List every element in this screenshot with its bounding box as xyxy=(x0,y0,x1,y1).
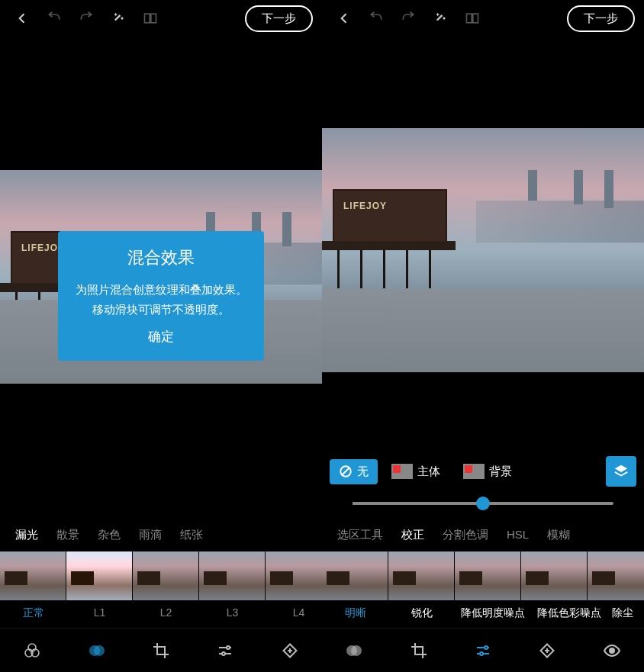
label-l1[interactable]: L1 xyxy=(66,606,133,620)
undo-icon[interactable] xyxy=(363,5,389,31)
label-clarity[interactable]: 明晰 xyxy=(322,606,388,620)
svg-point-14 xyxy=(351,645,362,656)
tab-split-tone[interactable]: 分割色调 xyxy=(433,525,497,545)
dialog-ok-button[interactable]: 确定 xyxy=(72,328,250,346)
mask-subject-button[interactable]: 主体 xyxy=(382,458,449,484)
thumb-l1[interactable] xyxy=(66,551,132,600)
svg-rect-0 xyxy=(145,14,150,23)
label-luminance-nr[interactable]: 降低明度噪点 xyxy=(455,606,531,620)
effect-thumbnails xyxy=(322,551,644,600)
top-toolbar: 下一步 xyxy=(322,0,644,37)
svg-rect-1 xyxy=(151,14,156,23)
category-tabs: 漏光 散景 杂色 雨滴 纸张 xyxy=(0,517,322,551)
redo-icon[interactable] xyxy=(73,5,99,31)
thumb-clarity[interactable] xyxy=(322,551,388,600)
adjust-icon[interactable] xyxy=(211,637,239,664)
left-canvas: LIFEJOY 混合效果 为照片混合创意纹理和叠加效果。移动滑块可调节不透明度。… xyxy=(0,37,322,517)
label-dust[interactable]: 除尘 xyxy=(607,606,638,620)
undo-icon[interactable] xyxy=(41,5,67,31)
subject-thumb xyxy=(391,464,413,479)
compare-icon[interactable] xyxy=(459,5,485,31)
tab-correction[interactable]: 校正 xyxy=(392,525,433,545)
thumb-color-nr[interactable] xyxy=(521,551,587,600)
label-l3[interactable]: L3 xyxy=(199,606,266,620)
effect-labels: 明晰 锐化 降低明度噪点 降低色彩噪点 除尘 xyxy=(322,600,644,628)
tab-paper[interactable]: 纸张 xyxy=(171,525,212,545)
adjustment-slider[interactable] xyxy=(353,502,613,505)
mask-selector: 无 主体 背景 xyxy=(322,449,644,494)
label-color-nr[interactable]: 降低色彩噪点 xyxy=(531,606,607,620)
heal-icon[interactable] xyxy=(276,637,304,664)
effect-thumbnails xyxy=(0,551,322,600)
heal-icon[interactable] xyxy=(533,637,561,664)
svg-point-16 xyxy=(480,652,483,655)
right-canvas: LIFEJOY xyxy=(322,37,644,449)
redo-icon[interactable] xyxy=(395,5,421,31)
mask-none-button[interactable]: 无 xyxy=(330,459,378,484)
thumb-luminance-nr[interactable] xyxy=(455,551,520,600)
left-editor-panel: 下一步 LIFEJOY 混合效果 为照片混合创意纹理和叠加效果。移动滑块可调节不… xyxy=(0,0,322,672)
mask-background-button[interactable]: 背景 xyxy=(454,458,521,484)
photo-preview[interactable]: LIFEJOY xyxy=(322,128,644,372)
none-icon xyxy=(339,465,353,478)
eye-icon[interactable] xyxy=(598,637,626,664)
tab-hsl[interactable]: HSL xyxy=(497,525,538,545)
thumb-l3[interactable] xyxy=(199,551,265,600)
label-normal[interactable]: 正常 xyxy=(0,606,66,620)
looks-icon[interactable] xyxy=(18,637,46,664)
thumb-normal[interactable] xyxy=(0,551,66,600)
right-editor-panel: 下一步 LIFEJOY 无 主体 背景 xyxy=(322,0,644,672)
thumb-sharpen[interactable] xyxy=(388,551,454,600)
thumb-dust[interactable] xyxy=(588,551,644,600)
blend-icon[interactable] xyxy=(83,637,111,664)
blend-dialog: 混合效果 为照片混合创意纹理和叠加效果。移动滑块可调节不透明度。 确定 xyxy=(58,231,264,361)
next-button[interactable]: 下一步 xyxy=(567,5,635,32)
effect-labels: 正常 L1 L2 L3 L4 xyxy=(0,600,322,628)
magic-wand-icon[interactable] xyxy=(105,5,131,31)
layers-button[interactable] xyxy=(606,456,636,487)
adjust-icon[interactable] xyxy=(469,637,497,664)
tab-light-leak[interactable]: 漏光 xyxy=(6,525,47,545)
magic-wand-icon[interactable] xyxy=(427,5,453,31)
category-tabs: 选区工具 校正 分割色调 HSL 模糊 xyxy=(322,517,644,551)
tab-selection[interactable]: 选区工具 xyxy=(328,525,392,545)
label-sharpen[interactable]: 锐化 xyxy=(388,606,455,620)
crop-icon[interactable] xyxy=(405,637,433,664)
slider-thumb[interactable] xyxy=(476,497,490,510)
next-button[interactable]: 下一步 xyxy=(245,5,313,32)
thumb-l2[interactable] xyxy=(133,551,198,600)
background-thumb xyxy=(463,464,485,479)
dialog-body: 为照片混合创意纹理和叠加效果。移动滑块可调节不透明度。 xyxy=(72,280,250,319)
svg-point-18 xyxy=(610,648,614,653)
svg-rect-10 xyxy=(467,14,472,23)
svg-point-6 xyxy=(94,645,105,656)
crop-icon[interactable] xyxy=(147,637,175,664)
thumb-l4[interactable] xyxy=(266,551,322,600)
layers-icon xyxy=(613,463,630,480)
compare-icon[interactable] xyxy=(137,5,163,31)
tab-blur[interactable]: 模糊 xyxy=(538,525,579,545)
label-l2[interactable]: L2 xyxy=(133,606,199,620)
dialog-title: 混合效果 xyxy=(72,246,250,269)
svg-point-7 xyxy=(227,646,230,649)
back-icon[interactable] xyxy=(331,5,357,31)
photo-sign: LIFEJOY xyxy=(343,201,387,211)
bottom-toolbar xyxy=(0,628,322,672)
bottom-toolbar xyxy=(322,628,644,672)
back-icon[interactable] xyxy=(9,5,35,31)
tab-rain[interactable]: 雨滴 xyxy=(130,525,171,545)
blend-icon[interactable] xyxy=(340,637,368,664)
top-toolbar: 下一步 xyxy=(0,0,322,37)
svg-rect-11 xyxy=(473,14,478,23)
tab-noise[interactable]: 杂色 xyxy=(89,525,130,545)
tab-bokeh[interactable]: 散景 xyxy=(47,525,89,545)
svg-point-8 xyxy=(222,652,225,655)
svg-point-15 xyxy=(485,646,488,649)
